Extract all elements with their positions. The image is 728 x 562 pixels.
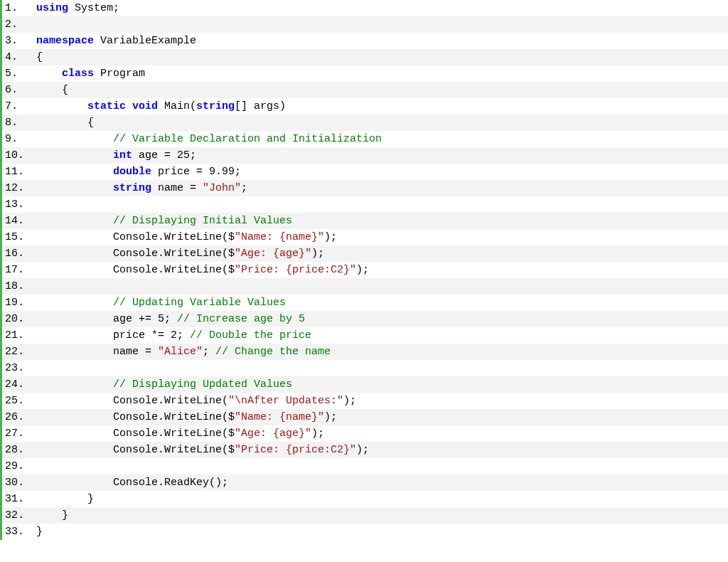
line-number: 23. xyxy=(2,360,36,376)
code-line: 3.namespace VariableExample xyxy=(2,33,728,49)
code-content: { xyxy=(36,82,68,98)
code-line: 23. xyxy=(2,360,728,376)
line-number: 9. xyxy=(2,131,36,147)
code-content: } xyxy=(36,507,68,524)
code-line: 24. // Displaying Updated Values xyxy=(2,376,728,393)
line-number: 8. xyxy=(2,115,36,131)
line-number: 15. xyxy=(2,229,36,245)
code-content: Console.WriteLine($"Age: {age}"); xyxy=(36,245,324,262)
code-content: } xyxy=(36,524,43,540)
line-number: 16. xyxy=(2,245,36,262)
code-line: 27. Console.WriteLine($"Age: {age}"); xyxy=(2,425,728,442)
code-block: 1.using System;2.3.namespace VariableExa… xyxy=(0,0,728,540)
code-line: 29. xyxy=(2,458,728,474)
line-number: 19. xyxy=(2,295,36,311)
code-line: 32. } xyxy=(2,507,728,524)
line-number: 24. xyxy=(2,376,36,393)
code-line: 31. } xyxy=(2,491,728,507)
code-line: 16. Console.WriteLine($"Age: {age}"); xyxy=(2,245,728,262)
code-content: Console.ReadKey(); xyxy=(36,474,228,491)
code-line: 4.{ xyxy=(2,49,728,65)
line-number: 2. xyxy=(2,16,36,33)
code-content: using System; xyxy=(36,0,119,16)
line-number: 33. xyxy=(2,524,36,540)
code-line: 8. { xyxy=(2,115,728,131)
code-line: 20. age += 5; // Increase age by 5 xyxy=(2,311,728,327)
line-number: 20. xyxy=(2,311,36,327)
code-content: // Displaying Updated Values xyxy=(36,376,292,393)
code-line: 13. xyxy=(2,196,728,213)
code-content: // Variable Declaration and Initializati… xyxy=(36,131,382,147)
code-line: 11. double price = 9.99; xyxy=(2,164,728,180)
code-line: 2. xyxy=(2,16,728,33)
code-line: 15. Console.WriteLine($"Name: {name}"); xyxy=(2,229,728,245)
code-line: 18. xyxy=(2,278,728,295)
code-content: Console.WriteLine($"Price: {price:C2}"); xyxy=(36,262,369,278)
line-number: 21. xyxy=(2,327,36,344)
line-number: 27. xyxy=(2,425,36,442)
code-content: class Program xyxy=(36,65,145,82)
code-content: Console.WriteLine("\nAfter Updates:"); xyxy=(36,393,356,409)
code-content: Console.WriteLine($"Price: {price:C2}"); xyxy=(36,442,369,458)
code-line: 14. // Displaying Initial Values xyxy=(2,213,728,229)
line-number: 29. xyxy=(2,458,36,474)
code-line: 6. { xyxy=(2,82,728,98)
line-number: 28. xyxy=(2,442,36,458)
line-number: 31. xyxy=(2,491,36,507)
code-line: 30. Console.ReadKey(); xyxy=(2,474,728,491)
code-line: 7. static void Main(string[] args) xyxy=(2,98,728,115)
code-content: age += 5; // Increase age by 5 xyxy=(36,311,305,327)
line-number: 4. xyxy=(2,49,36,65)
line-number: 13. xyxy=(2,196,36,213)
code-content: Console.WriteLine($"Name: {name}"); xyxy=(36,229,337,245)
code-line: 5. class Program xyxy=(2,65,728,82)
line-number: 26. xyxy=(2,409,36,425)
code-content: Console.WriteLine($"Name: {name}"); xyxy=(36,409,337,425)
line-number: 12. xyxy=(2,180,36,196)
line-number: 18. xyxy=(2,278,36,295)
line-number: 3. xyxy=(2,33,36,49)
line-number: 6. xyxy=(2,82,36,98)
code-content: static void Main(string[] args) xyxy=(36,98,286,115)
code-line: 22. name = "Alice"; // Change the name xyxy=(2,344,728,360)
line-number: 30. xyxy=(2,474,36,491)
code-line: 33.} xyxy=(2,524,728,540)
code-content: // Updating Variable Values xyxy=(36,295,286,311)
code-line: 26. Console.WriteLine($"Name: {name}"); xyxy=(2,409,728,425)
line-number: 7. xyxy=(2,98,36,115)
line-number: 32. xyxy=(2,507,36,524)
code-content: price *= 2; // Double the price xyxy=(36,327,311,344)
line-number: 22. xyxy=(2,344,36,360)
code-line: 28. Console.WriteLine($"Price: {price:C2… xyxy=(2,442,728,458)
code-content: { xyxy=(36,49,43,65)
code-line: 1.using System; xyxy=(2,0,728,16)
line-number: 11. xyxy=(2,164,36,180)
code-content: name = "Alice"; // Change the name xyxy=(36,344,331,360)
code-line: 17. Console.WriteLine($"Price: {price:C2… xyxy=(2,262,728,278)
code-content: // Displaying Initial Values xyxy=(36,213,292,229)
code-line: 12. string name = "John"; xyxy=(2,180,728,196)
line-number: 14. xyxy=(2,213,36,229)
code-content: int age = 25; xyxy=(36,147,196,164)
line-number: 1. xyxy=(2,0,36,16)
line-number: 17. xyxy=(2,262,36,278)
code-line: 10. int age = 25; xyxy=(2,147,728,164)
line-number: 10. xyxy=(2,147,36,164)
code-line: 19. // Updating Variable Values xyxy=(2,295,728,311)
code-content: double price = 9.99; xyxy=(36,164,241,180)
code-content: namespace VariableExample xyxy=(36,33,196,49)
code-line: 9. // Variable Declaration and Initializ… xyxy=(2,131,728,147)
line-number: 25. xyxy=(2,393,36,409)
code-line: 21. price *= 2; // Double the price xyxy=(2,327,728,344)
code-line: 25. Console.WriteLine("\nAfter Updates:"… xyxy=(2,393,728,409)
code-content: string name = "John"; xyxy=(36,180,247,196)
code-content: Console.WriteLine($"Age: {age}"); xyxy=(36,425,324,442)
line-number: 5. xyxy=(2,65,36,82)
code-content: { xyxy=(36,115,94,131)
code-content: } xyxy=(36,491,94,507)
